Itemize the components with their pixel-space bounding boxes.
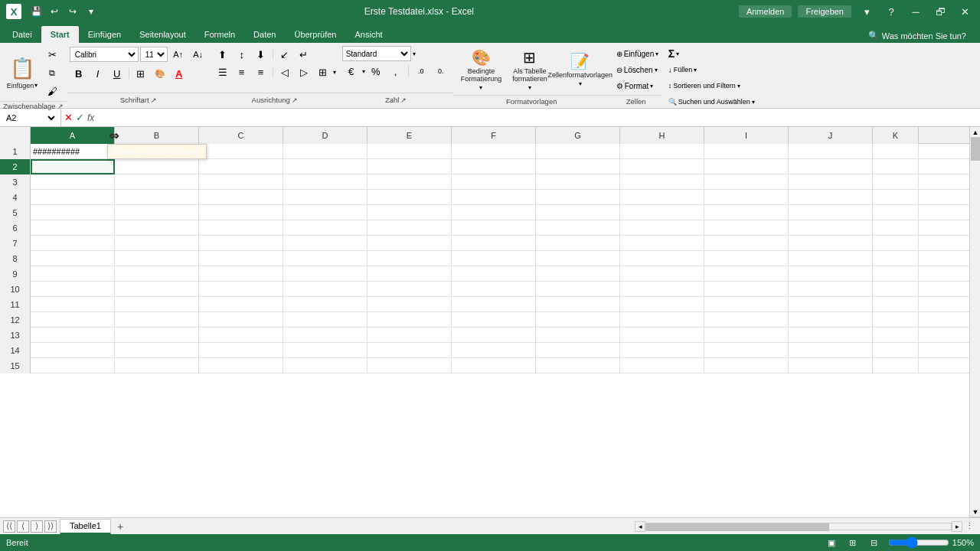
cell-G13[interactable] (536, 328, 620, 343)
paste-button[interactable]: 📋 Einfügen ▾ (3, 49, 41, 96)
indent-btn[interactable]: ▷ (295, 64, 313, 80)
cell-I15[interactable] (704, 358, 789, 373)
insert-arrow[interactable]: ▾ (655, 51, 658, 57)
cell-I2[interactable] (704, 159, 789, 174)
cell-B7[interactable] (115, 236, 199, 251)
paste-dropdown-icon[interactable]: ▾ (34, 82, 38, 89)
cell-J10[interactable] (789, 282, 873, 297)
align-bottom-btn[interactable]: ⬇ (252, 46, 270, 63)
cell-K8[interactable] (873, 251, 919, 266)
tab-datei[interactable]: Datei (3, 26, 41, 43)
cell-J7[interactable] (789, 236, 873, 251)
cell-E8[interactable] (368, 251, 452, 266)
cell-C1[interactable] (199, 144, 283, 159)
tab-daten[interactable]: Daten (244, 26, 285, 43)
text-direction-btn[interactable]: ↙ (276, 46, 294, 63)
row-header-13[interactable]: 13 (0, 328, 31, 343)
cell-F10[interactable] (452, 282, 536, 297)
col-header-h[interactable]: H (620, 127, 704, 144)
formula-input[interactable] (97, 109, 980, 126)
cell-B2[interactable] (115, 159, 199, 174)
cell-ref-select[interactable]: A2 (3, 112, 57, 123)
bold-btn[interactable]: B (70, 65, 88, 82)
cell-E9[interactable] (368, 266, 452, 282)
cell-F14[interactable] (452, 343, 536, 358)
cell-K4[interactable] (873, 190, 919, 205)
layout-view-btn[interactable]: ⊞ (845, 536, 861, 549)
conditional-format-arrow[interactable]: ▾ (479, 84, 482, 91)
align-right-btn[interactable]: ≡ (252, 64, 270, 80)
autosum-btn[interactable]: Σ ▾ (665, 46, 682, 61)
cell-styles-btn[interactable]: 📝 Zellenformatvorlagen ▾ (554, 46, 607, 93)
cell-B8[interactable] (115, 251, 199, 266)
format-painter-button[interactable]: 🖌 (43, 83, 61, 99)
cell-B3[interactable] (115, 174, 199, 190)
cell-G2[interactable] (536, 159, 620, 174)
currency-arrow[interactable]: ▾ (362, 68, 365, 75)
cell-A4[interactable] (31, 190, 115, 205)
hscroll-left-btn[interactable]: ◂ (635, 521, 645, 532)
col-header-b[interactable]: B (115, 127, 199, 144)
alignment-expand-icon[interactable]: ↗ (292, 96, 298, 104)
cell-J6[interactable] (789, 220, 873, 236)
cell-H6[interactable] (620, 220, 704, 236)
signin-button[interactable]: Anmelden (739, 5, 792, 18)
col-header-e[interactable]: E (368, 127, 452, 144)
cell-F5[interactable] (452, 205, 536, 220)
sheet-add-button[interactable]: + (113, 520, 128, 533)
find-arrow[interactable]: ▾ (752, 99, 755, 106)
cell-K7[interactable] (873, 236, 919, 251)
cell-K14[interactable] (873, 343, 919, 358)
cell-I4[interactable] (704, 190, 789, 205)
zoom-slider[interactable] (888, 536, 949, 549)
cell-E15[interactable] (368, 358, 452, 373)
row-header-1[interactable]: 1 (0, 144, 31, 159)
row-header-6[interactable]: 6 (0, 220, 31, 236)
grow-font-btn[interactable]: A↑ (169, 46, 188, 63)
vertical-scrollbar[interactable]: ▲ ▼ (969, 127, 980, 517)
cell-I10[interactable] (704, 282, 789, 297)
align-left-btn[interactable]: ☰ (214, 64, 232, 80)
cell-D4[interactable] (283, 190, 368, 205)
format-cells-btn[interactable]: ⚙ Format ▾ (613, 78, 659, 93)
tab-einfuegen[interactable]: Einfügen (79, 26, 130, 43)
cell-D7[interactable] (283, 236, 368, 251)
row-header-11[interactable]: 11 (0, 297, 31, 312)
as-table-arrow[interactable]: ▾ (528, 84, 531, 91)
col-header-j[interactable]: J (789, 127, 873, 144)
cell-I11[interactable] (704, 297, 789, 312)
sort-arrow[interactable]: ▾ (737, 83, 740, 90)
cell-A7[interactable] (31, 236, 115, 251)
cell-G4[interactable] (536, 190, 620, 205)
cell-E13[interactable] (368, 328, 452, 343)
cell-H13[interactable] (620, 328, 704, 343)
number-format-arrow[interactable]: ▾ (413, 51, 416, 57)
percent-btn[interactable]: % (367, 63, 385, 80)
sheet-nav-first[interactable]: ⟨⟨ (3, 520, 15, 533)
tab-seitenlayout[interactable]: Seitenlayout (130, 26, 195, 43)
cell-F7[interactable] (452, 236, 536, 251)
conditional-format-btn[interactable]: 🎨 BedingteFormatierung ▾ (456, 46, 507, 93)
cell-H3[interactable] (620, 174, 704, 190)
vscroll-up-btn[interactable]: ▲ (970, 127, 980, 138)
cell-A13[interactable] (31, 328, 115, 343)
ribbon-collapse-btn[interactable]: ▾ (858, 2, 876, 21)
cell-C13[interactable] (199, 328, 283, 343)
cell-F11[interactable] (452, 297, 536, 312)
minimize-btn[interactable]: ─ (906, 2, 925, 21)
sheet-tab-tabelle1[interactable]: Tabelle1 (60, 519, 111, 534)
sheet-nav-last[interactable]: ⟩⟩ (44, 520, 57, 533)
restore-btn[interactable]: 🗗 (931, 2, 949, 21)
cell-F4[interactable] (452, 190, 536, 205)
cell-H4[interactable] (620, 190, 704, 205)
cell-D2[interactable] (283, 159, 368, 174)
cell-J1[interactable] (789, 144, 873, 159)
cell-H12[interactable] (620, 312, 704, 328)
cell-B5[interactable] (115, 205, 199, 220)
cell-A5[interactable] (31, 205, 115, 220)
merge-arrow[interactable]: ▾ (333, 64, 336, 80)
cell-H7[interactable] (620, 236, 704, 251)
font-size-select[interactable]: 11 (140, 47, 168, 62)
cell-E10[interactable] (368, 282, 452, 297)
delete-arrow[interactable]: ▾ (655, 67, 658, 73)
